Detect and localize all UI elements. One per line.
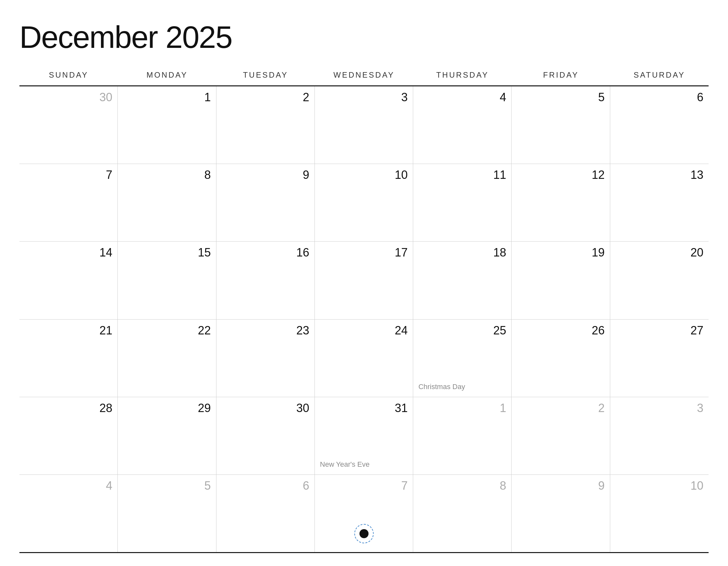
day-number: 15 — [123, 246, 211, 260]
day-number: 9 — [517, 479, 604, 493]
week-row-0: 30123456 — [19, 86, 709, 164]
week-row-1: 78910111213 — [19, 164, 709, 242]
day-number: 19 — [517, 246, 604, 260]
day-number: 18 — [418, 246, 506, 260]
calendar-grid: SUNDAYMONDAYTUESDAYWEDNESDAYTHURSDAYFRID… — [19, 68, 709, 553]
day-cell[interactable]: 22 — [118, 319, 216, 397]
day-header-saturday: SATURDAY — [610, 68, 709, 82]
day-cell[interactable]: 2 — [216, 86, 315, 164]
calendar-title: December 2025 — [19, 19, 709, 55]
day-cell[interactable]: 10 — [610, 475, 709, 552]
day-cell[interactable]: 30 — [216, 397, 315, 474]
day-cell[interactable]: 18 — [413, 242, 512, 319]
day-cell[interactable]: 11 — [413, 164, 512, 241]
day-number: 7 — [25, 168, 112, 182]
day-cell[interactable]: 1 — [118, 86, 216, 164]
day-number: 8 — [123, 168, 211, 182]
day-header-friday: FRIDAY — [512, 68, 610, 82]
day-number: 3 — [320, 90, 408, 104]
day-cell[interactable]: 17 — [315, 242, 413, 319]
day-header-sunday: SUNDAY — [19, 68, 118, 82]
day-number: 30 — [25, 90, 112, 104]
day-number: 5 — [123, 479, 211, 493]
day-number: 24 — [320, 323, 408, 337]
day-cell[interactable]: 30 — [19, 86, 118, 164]
day-cell[interactable]: 9 — [216, 164, 315, 241]
day-header-monday: MONDAY — [118, 68, 216, 82]
day-cell[interactable]: 6 — [216, 475, 315, 552]
day-number: 11 — [418, 168, 506, 182]
day-number: 9 — [222, 168, 309, 182]
day-number: 20 — [615, 246, 703, 260]
day-cell[interactable]: 4 — [413, 86, 512, 164]
day-number: 2 — [222, 90, 309, 104]
day-cell[interactable]: 8 — [413, 475, 512, 552]
day-number: 7 — [320, 479, 408, 493]
day-header-thursday: THURSDAY — [413, 68, 512, 82]
day-number: 27 — [615, 323, 703, 337]
day-number: 4 — [418, 90, 506, 104]
day-cell[interactable]: 24 — [315, 319, 413, 397]
day-header-tuesday: TUESDAY — [216, 68, 315, 82]
week-row-4: 28293031New Year's Eve123 — [19, 397, 709, 475]
day-cell[interactable]: 5 — [512, 86, 610, 164]
day-number: 10 — [320, 168, 408, 182]
day-cell[interactable]: 12 — [512, 164, 610, 241]
day-cell[interactable]: 19 — [512, 242, 610, 319]
day-cell[interactable]: 6 — [610, 86, 709, 164]
day-cell[interactable]: 2 — [512, 397, 610, 474]
day-cell[interactable]: 29 — [118, 397, 216, 474]
day-number: 25 — [418, 323, 506, 337]
day-cell[interactable]: 16 — [216, 242, 315, 319]
weeks-container: 3012345678910111213141516171819202122232… — [19, 86, 709, 553]
day-number: 17 — [320, 246, 408, 260]
day-cell[interactable]: 15 — [118, 242, 216, 319]
event-label: New Year's Eve — [320, 460, 408, 472]
day-number: 5 — [517, 90, 604, 104]
day-number: 21 — [25, 323, 112, 337]
day-cell[interactable]: 31New Year's Eve — [315, 397, 413, 474]
week-row-3: 2122232425Christmas Day2627 — [19, 319, 709, 397]
day-cell[interactable]: 14 — [19, 242, 118, 319]
day-cell[interactable]: 8 — [118, 164, 216, 241]
day-cell[interactable]: 9 — [512, 475, 610, 552]
day-header-wednesday: WEDNESDAY — [315, 68, 413, 82]
day-cell[interactable]: 4 — [19, 475, 118, 552]
day-number: 1 — [123, 90, 211, 104]
day-cell[interactable]: 7 — [19, 164, 118, 241]
day-cell[interactable]: 3 — [315, 86, 413, 164]
day-cell[interactable]: 3 — [610, 397, 709, 474]
day-cell[interactable]: 28 — [19, 397, 118, 474]
day-cell[interactable]: 26 — [512, 319, 610, 397]
day-number: 2 — [517, 401, 604, 415]
day-cell[interactable]: 25Christmas Day — [413, 319, 512, 397]
day-number: 6 — [615, 90, 703, 104]
day-number: 29 — [123, 401, 211, 415]
day-cell[interactable]: 21 — [19, 319, 118, 397]
day-number: 13 — [615, 168, 703, 182]
day-number: 16 — [222, 246, 309, 260]
day-cell[interactable]: 23 — [216, 319, 315, 397]
day-number: 3 — [615, 401, 703, 415]
day-number: 23 — [222, 323, 309, 337]
day-number: 10 — [615, 479, 703, 493]
day-number: 14 — [25, 246, 112, 260]
day-number: 6 — [222, 479, 309, 493]
day-number: 28 — [25, 401, 112, 415]
day-number: 1 — [418, 401, 506, 415]
event-label: Christmas Day — [418, 383, 506, 394]
day-number: 30 — [222, 401, 309, 415]
day-cell[interactable]: 5 — [118, 475, 216, 552]
day-number: 22 — [123, 323, 211, 337]
day-number: 26 — [517, 323, 604, 337]
day-cell[interactable]: 1 — [413, 397, 512, 474]
day-cell[interactable]: 27 — [610, 319, 709, 397]
day-cell[interactable]: 13 — [610, 164, 709, 241]
day-number: 31 — [320, 401, 408, 415]
day-number: 12 — [517, 168, 604, 182]
day-headers: SUNDAYMONDAYTUESDAYWEDNESDAYTHURSDAYFRID… — [19, 68, 709, 86]
day-number: 4 — [25, 479, 112, 493]
week-row-2: 14151617181920 — [19, 242, 709, 319]
day-cell[interactable]: 20 — [610, 242, 709, 319]
day-cell[interactable]: 10 — [315, 164, 413, 241]
